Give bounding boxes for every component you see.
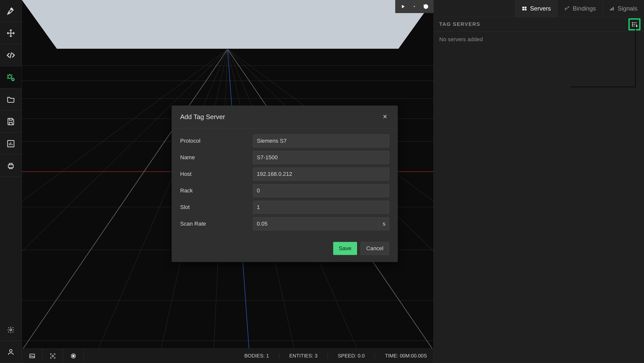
user-icon xyxy=(7,348,15,356)
host-input[interactable] xyxy=(253,168,389,181)
tab-signals-label: Signals xyxy=(618,5,637,12)
svg-rect-35 xyxy=(524,7,526,8)
tab-bindings-label: Bindings xyxy=(573,5,596,12)
sidebar-item-debug[interactable] xyxy=(0,66,22,88)
slot-label: Slot xyxy=(180,204,253,211)
svg-point-4 xyxy=(10,329,12,331)
folder-icon xyxy=(7,95,15,104)
tab-servers-label: Servers xyxy=(530,5,551,12)
cancel-button[interactable]: Cancel xyxy=(361,242,389,255)
status-focus-button[interactable] xyxy=(42,349,63,363)
play-button[interactable] xyxy=(395,0,410,13)
panel-body: No servers added xyxy=(434,32,644,47)
svg-rect-39 xyxy=(611,8,612,10)
bug-gear-icon xyxy=(7,73,15,82)
name-input[interactable] xyxy=(253,151,389,164)
save-button[interactable]: Save xyxy=(333,242,357,255)
scanrate-suffix: s xyxy=(379,217,389,230)
svg-rect-36 xyxy=(522,9,524,10)
status-camera-button[interactable] xyxy=(22,349,42,363)
sidebar-item-user[interactable] xyxy=(0,341,22,363)
rack-label: Rack xyxy=(180,187,253,194)
history-button[interactable] xyxy=(418,0,433,13)
svg-marker-28 xyxy=(22,0,57,49)
servers-icon xyxy=(522,6,527,11)
sidebar-item-chart[interactable] xyxy=(0,133,22,155)
modal-close-button[interactable]: ✕ xyxy=(381,113,389,121)
close-icon: ✕ xyxy=(383,114,387,120)
name-label: Name xyxy=(180,154,253,161)
image-icon xyxy=(29,353,35,359)
svg-rect-38 xyxy=(610,9,611,10)
sidebar-item-code[interactable] xyxy=(0,44,22,66)
svg-rect-40 xyxy=(613,7,614,10)
code-icon xyxy=(7,51,15,60)
sidebar-item-save[interactable] xyxy=(0,111,22,133)
status-bar: BODIES: 1 ENTITIES: 3 SPEED: 0.0 TIME: 0… xyxy=(22,348,433,363)
scanrate-input[interactable] xyxy=(253,217,379,230)
print-icon xyxy=(7,162,15,170)
slot-input[interactable] xyxy=(253,201,389,214)
rack-input[interactable] xyxy=(253,184,389,197)
tools-icon xyxy=(7,7,15,15)
sidebar-item-tools[interactable] xyxy=(0,0,22,22)
play-dropdown-button[interactable] xyxy=(410,0,418,13)
sidebar-item-folder[interactable] xyxy=(0,88,22,111)
status-bodies: BODIES: 1 xyxy=(244,353,269,359)
svg-point-43 xyxy=(632,24,633,25)
no-servers-text: No servers added xyxy=(439,36,638,43)
svg-point-41 xyxy=(632,22,633,23)
viewport-toolbar xyxy=(395,0,433,13)
left-sidebar xyxy=(0,0,22,363)
scanrate-label: Scan Rate xyxy=(180,221,253,227)
status-entities: ENTITIES: 3 xyxy=(279,353,317,359)
svg-rect-3 xyxy=(8,165,13,167)
save-icon xyxy=(7,117,15,126)
sidebar-item-move[interactable] xyxy=(0,22,22,44)
signals-icon xyxy=(609,6,615,11)
svg-point-0 xyxy=(8,75,12,78)
svg-point-5 xyxy=(10,349,12,352)
right-tabs: Servers Bindings Signals xyxy=(434,0,644,17)
svg-point-1 xyxy=(12,78,14,81)
tab-signals[interactable]: Signals xyxy=(602,0,644,17)
svg-rect-37 xyxy=(524,9,526,10)
move-icon xyxy=(7,29,15,37)
status-record-button[interactable] xyxy=(63,349,84,363)
svg-point-33 xyxy=(72,355,74,357)
tab-bindings[interactable]: Bindings xyxy=(557,0,602,17)
status-speed: SPEED: 0.0 xyxy=(328,353,365,359)
host-label: Host xyxy=(180,171,253,177)
add-tag-server-modal: Add Tag Server ✕ Protocol Name Host xyxy=(172,106,398,262)
history-icon xyxy=(423,4,429,9)
protocol-select[interactable] xyxy=(253,134,389,147)
protocol-label: Protocol xyxy=(180,138,253,144)
svg-point-45 xyxy=(632,26,633,26)
panel-header: TAG SERVERS xyxy=(434,17,644,32)
status-time: TIME: 00M:00.00S xyxy=(375,353,427,359)
svg-point-31 xyxy=(52,355,54,357)
sidebar-item-settings[interactable] xyxy=(0,319,22,341)
add-server-button[interactable] xyxy=(628,18,640,30)
tab-servers[interactable]: Servers xyxy=(515,0,558,17)
panel-header-title: TAG SERVERS xyxy=(439,21,480,27)
chevron-down-icon xyxy=(413,5,416,8)
sidebar-item-print[interactable] xyxy=(0,155,22,177)
bindings-icon xyxy=(564,6,570,11)
list-add-icon xyxy=(631,21,638,28)
record-icon xyxy=(70,353,77,359)
right-panel: Servers Bindings Signals TAG SERVERS No … xyxy=(433,0,644,363)
main-area: Add Tag Server ✕ Protocol Name Host xyxy=(22,0,433,363)
play-icon xyxy=(400,4,406,9)
gear-icon xyxy=(7,326,15,334)
svg-rect-34 xyxy=(522,7,524,8)
viewport-3d[interactable]: Add Tag Server ✕ Protocol Name Host xyxy=(22,0,433,348)
modal-title: Add Tag Server xyxy=(180,113,225,121)
chart-icon xyxy=(7,139,15,148)
focus-icon xyxy=(49,353,56,359)
